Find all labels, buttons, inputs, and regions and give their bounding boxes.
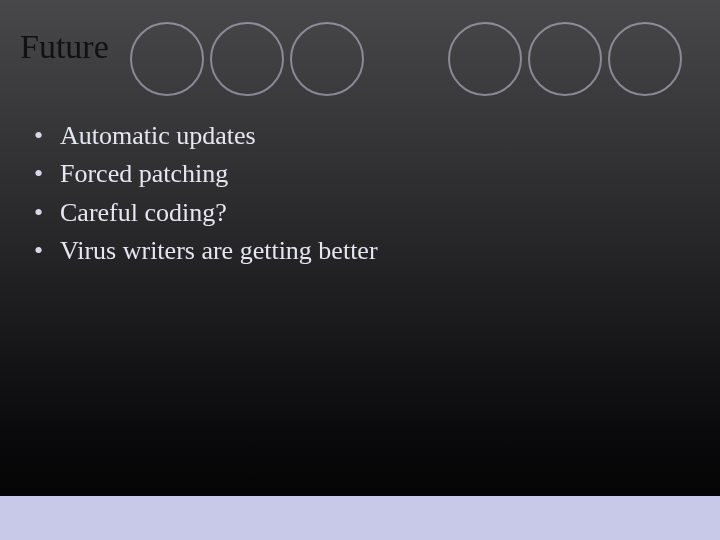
- list-item: • Automatic updates: [34, 118, 690, 154]
- circle-icon: [130, 22, 204, 96]
- bullet-icon: •: [34, 156, 60, 192]
- list-item-text: Forced patching: [60, 156, 690, 192]
- circle-icon: [290, 22, 364, 96]
- list-item-text: Careful coding?: [60, 195, 690, 231]
- circle-icon: [608, 22, 682, 96]
- list-item-text: Virus writers are getting better: [60, 233, 690, 269]
- slide: Future • Automatic updates • Forced patc…: [0, 0, 720, 540]
- bullet-icon: •: [34, 118, 60, 154]
- footer-bar: [0, 496, 720, 540]
- bullet-icon: •: [34, 195, 60, 231]
- list-item: • Careful coding?: [34, 195, 690, 231]
- slide-title: Future: [20, 28, 109, 66]
- circle-icon: [210, 22, 284, 96]
- circle-icon: [528, 22, 602, 96]
- list-item: • Virus writers are getting better: [34, 233, 690, 269]
- circle-icon: [448, 22, 522, 96]
- slide-body: • Automatic updates • Forced patching • …: [34, 118, 690, 272]
- bullet-icon: •: [34, 233, 60, 269]
- list-item-text: Automatic updates: [60, 118, 690, 154]
- list-item: • Forced patching: [34, 156, 690, 192]
